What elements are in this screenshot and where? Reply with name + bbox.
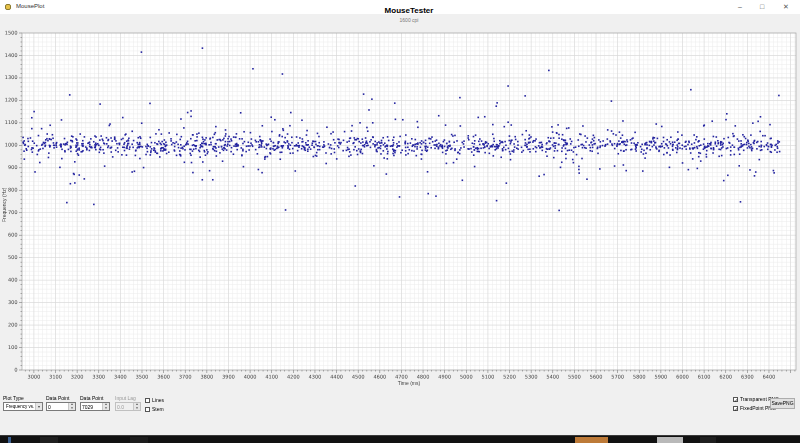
stem-checkbox[interactable]: Stem (145, 406, 164, 412)
app-icon (4, 3, 12, 11)
checkbox-box[interactable] (145, 398, 150, 403)
data-point-end-input[interactable] (82, 403, 101, 410)
taskbar-sliver (0, 435, 800, 443)
x-axis-label: Time (ms) (22, 380, 796, 386)
spinner-down-icon[interactable]: ▼ (102, 407, 109, 411)
taskbar-item[interactable] (700, 437, 716, 443)
y-axis-label: Frequency (Hz) (1, 130, 7, 280)
scatter-plot-canvas (0, 26, 800, 396)
lines-checkbox-label: Lines (152, 397, 164, 403)
checkbox-box[interactable]: ✓ (733, 406, 738, 411)
checkbox-box[interactable] (145, 407, 150, 412)
mouseplot-window: MousePlot – □ ✕ MouseTester 1600 cpi Tim… (0, 0, 800, 443)
plot-type-dropdown[interactable]: Frequency vs. Ti ▾ (3, 402, 43, 411)
taskbar-item[interactable] (130, 437, 148, 443)
data-point-start-input[interactable] (48, 403, 67, 410)
lines-checkbox[interactable]: Lines (145, 397, 164, 403)
chart-title: MouseTester (22, 6, 796, 15)
taskbar-item-active[interactable] (575, 437, 608, 443)
data-point-end-stepper: ▲▼ (80, 402, 110, 411)
spinner-down-icon[interactable]: ▼ (68, 407, 75, 411)
data-point-start-label: Data Point (46, 395, 69, 401)
input-lag-stepper: ▲▼ (115, 402, 141, 411)
stem-checkbox-label: Stem (152, 406, 164, 412)
chevron-down-icon: ▾ (35, 403, 42, 410)
plot-type-label: Plot Type (3, 395, 24, 401)
input-lag-label: Input Lag (115, 395, 136, 401)
chart-subtitle: 1600 cpi (22, 17, 796, 23)
save-png-button[interactable]: SavePNG (770, 398, 795, 409)
input-lag-input (117, 403, 132, 410)
data-point-end-label: Data Point (80, 395, 103, 401)
spinner-down-icon: ▼ (133, 407, 140, 411)
taskbar-item[interactable] (657, 437, 683, 443)
taskbar-item[interactable] (40, 437, 58, 443)
taskbar-item[interactable] (8, 437, 11, 443)
data-point-start-stepper: ▲▼ (46, 402, 76, 411)
checkbox-box[interactable]: ✓ (733, 397, 738, 402)
